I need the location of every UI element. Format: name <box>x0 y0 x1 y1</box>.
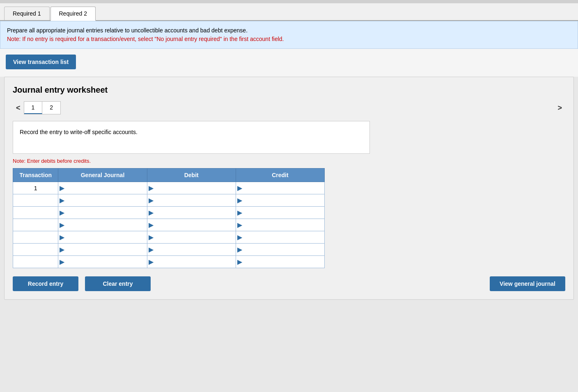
cell-arrow-icon: ▶ <box>236 258 243 266</box>
cell-arrow-icon: ▶ <box>58 196 66 204</box>
cell-arrow-icon: ▶ <box>58 209 66 217</box>
tab-required1[interactable]: Required 1 <box>4 7 50 20</box>
prev-arrow[interactable]: < <box>13 102 24 114</box>
header-credit: Credit <box>236 169 324 182</box>
tabs-container: Required 1 Required 2 <box>0 3 578 21</box>
header-general-journal: General Journal <box>58 169 147 182</box>
transaction-cell <box>13 231 58 244</box>
record-entry-button[interactable]: Record entry <box>13 276 78 291</box>
header-transaction: Transaction <box>13 169 58 182</box>
worksheet-title: Journal entry worksheet <box>13 85 565 95</box>
debit-cell[interactable]: ▶ <box>147 244 236 256</box>
transaction-cell <box>13 244 58 256</box>
debit-input[interactable] <box>155 182 236 194</box>
cell-arrow-icon: ▶ <box>147 246 155 253</box>
cell-arrow-icon: ▶ <box>147 196 155 204</box>
instruction-box: Record the entry to write-off specific a… <box>13 121 370 154</box>
page-tab-2[interactable]: 2 <box>42 102 60 114</box>
general-journal-cell[interactable]: ▶ <box>58 256 147 268</box>
credit-input[interactable] <box>243 207 324 219</box>
table-row: ▶▶▶ <box>13 256 325 268</box>
debit-cell[interactable]: ▶ <box>147 194 236 207</box>
general-journal-input[interactable] <box>66 244 147 255</box>
credit-cell[interactable]: ▶ <box>236 207 324 219</box>
credit-cell[interactable]: ▶ <box>236 244 324 256</box>
info-box: Prepare all appropriate journal entries … <box>0 21 578 49</box>
credit-input[interactable] <box>243 219 324 231</box>
cell-arrow-icon: ▶ <box>58 246 66 253</box>
cell-arrow-icon: ▶ <box>58 258 66 266</box>
general-journal-input[interactable] <box>66 232 147 243</box>
debit-input[interactable] <box>155 256 236 268</box>
general-journal-cell[interactable]: ▶ <box>58 194 147 207</box>
info-note-text: Note: If no entry is required for a tran… <box>7 36 284 42</box>
debit-cell[interactable]: ▶ <box>147 256 236 268</box>
transaction-cell <box>13 207 58 219</box>
top-bar <box>0 0 578 3</box>
credit-cell[interactable]: ▶ <box>236 256 324 268</box>
debit-input[interactable] <box>155 244 236 255</box>
tab-required2[interactable]: Required 2 <box>50 7 96 21</box>
general-journal-cell[interactable]: ▶ <box>58 182 147 194</box>
general-journal-cell[interactable]: ▶ <box>58 207 147 219</box>
view-general-journal-button[interactable]: View general journal <box>490 276 565 291</box>
note-debits: Note: Enter debits before credits. <box>13 158 565 164</box>
transaction-cell <box>13 256 58 268</box>
general-journal-input[interactable] <box>66 195 147 206</box>
transaction-cell <box>13 219 58 231</box>
debit-cell[interactable]: ▶ <box>147 231 236 244</box>
table-row: ▶▶▶ <box>13 219 325 231</box>
debit-input[interactable] <box>155 232 236 243</box>
general-journal-input[interactable] <box>66 219 147 231</box>
cell-arrow-icon: ▶ <box>236 246 243 253</box>
credit-cell[interactable]: ▶ <box>236 231 324 244</box>
debit-input[interactable] <box>155 207 236 219</box>
instruction-text: Record the entry to write-off specific a… <box>20 129 138 135</box>
credit-cell[interactable]: ▶ <box>236 194 324 207</box>
cell-arrow-icon: ▶ <box>58 184 66 192</box>
cell-arrow-icon: ▶ <box>147 233 155 241</box>
cell-arrow-icon: ▶ <box>58 221 66 229</box>
debit-input[interactable] <box>155 195 236 206</box>
bottom-buttons: Record entry Clear entry View general jo… <box>13 276 565 291</box>
general-journal-input[interactable] <box>66 207 147 219</box>
debit-cell[interactable]: ▶ <box>147 182 236 194</box>
credit-input[interactable] <box>243 182 324 194</box>
general-journal-input[interactable] <box>66 256 147 268</box>
credit-input[interactable] <box>243 244 324 255</box>
table-row: ▶▶▶ <box>13 194 325 207</box>
debit-cell[interactable]: ▶ <box>147 219 236 231</box>
cell-arrow-icon: ▶ <box>147 258 155 266</box>
debit-cell[interactable]: ▶ <box>147 207 236 219</box>
clear-entry-button[interactable]: Clear entry <box>85 276 151 291</box>
credit-input[interactable] <box>243 195 324 206</box>
cell-arrow-icon: ▶ <box>236 209 243 217</box>
general-journal-cell[interactable]: ▶ <box>58 219 147 231</box>
cell-arrow-icon: ▶ <box>236 221 243 229</box>
general-journal-cell[interactable]: ▶ <box>58 231 147 244</box>
page-tab-1[interactable]: 1 <box>24 102 43 114</box>
general-journal-cell[interactable]: ▶ <box>58 244 147 256</box>
table-row: ▶▶▶ <box>13 231 325 244</box>
transaction-cell <box>13 194 58 207</box>
general-journal-input[interactable] <box>66 182 147 194</box>
credit-input[interactable] <box>243 232 324 243</box>
credit-cell[interactable]: ▶ <box>236 182 324 194</box>
table-row: ▶▶▶ <box>13 244 325 256</box>
credit-cell[interactable]: ▶ <box>236 219 324 231</box>
page-tabs: 1 2 <box>24 101 61 114</box>
table-row: 1▶▶▶ <box>13 182 325 194</box>
cell-arrow-icon: ▶ <box>236 196 243 204</box>
next-arrow[interactable]: > <box>554 102 565 114</box>
table-row: ▶▶▶ <box>13 207 325 219</box>
credit-input[interactable] <box>243 256 324 268</box>
cell-arrow-icon: ▶ <box>58 233 66 241</box>
cell-arrow-icon: ▶ <box>147 209 155 217</box>
journal-table: Transaction General Journal Debit Credit… <box>13 168 325 268</box>
debit-input[interactable] <box>155 219 236 231</box>
transaction-cell: 1 <box>13 182 58 194</box>
page-nav: < 1 2 > <box>13 101 565 114</box>
cell-arrow-icon: ▶ <box>147 184 155 192</box>
view-transaction-button[interactable]: View transaction list <box>6 55 76 69</box>
header-debit: Debit <box>147 169 236 182</box>
